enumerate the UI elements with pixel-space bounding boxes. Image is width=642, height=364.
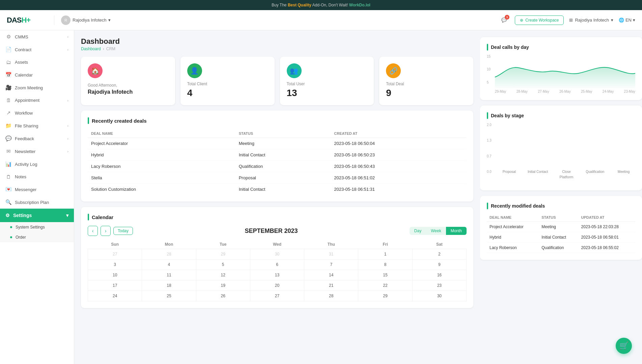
breadcrumb-crm: CRM [106,47,115,51]
calendar-day-cell[interactable]: 27 [250,291,304,301]
dot-icon [10,236,12,238]
sidebar-item-label: CMMS [15,34,28,39]
calendar-day-cell[interactable]: 11 [142,270,196,280]
calendar-day-cell[interactable]: 13 [250,270,304,280]
cal-day-fri: Fri [358,240,412,249]
y-axis-labels: 2.01.30.70.0 [487,123,492,174]
sidebar-item-feedback[interactable]: 💬 Feedback › [0,132,74,145]
calendar-day-cell[interactable]: 5 [196,260,250,270]
calendar-day-cell[interactable]: 4 [142,260,196,270]
calendar-day-cell[interactable]: 19 [196,280,250,291]
calendar-day-cell[interactable]: 26 [196,291,250,301]
calendar-day-cell[interactable]: 10 [88,270,142,280]
create-workspace-button[interactable]: ⊕ Create Workspace [515,16,564,25]
deal-status-cell: Initial Contact [235,184,331,195]
sidebar-item-order[interactable]: Order [0,232,74,242]
section-accent-stage [487,112,488,119]
sidebar-item-filesharing[interactable]: 📁 File Sharing › [0,119,74,132]
calendar-day-cell[interactable]: 22 [358,280,412,291]
calendar-day-cell[interactable]: 18 [142,280,196,291]
calendar-day-cell[interactable]: 17 [88,280,142,291]
calendar-day-button[interactable]: Day [410,227,426,235]
sidebar-item-workflow[interactable]: ↗ Workflow [0,107,74,119]
calendar-day-cell[interactable]: 16 [412,270,466,280]
sidebar-item-calendar[interactable]: 📅 Calendar [0,68,74,81]
calendar-day-cell[interactable]: 15 [358,270,412,280]
calendar-day-cell[interactable]: 30 [412,291,466,301]
bar-close: Close [555,169,578,174]
calendar-day-cell[interactable]: 12 [196,270,250,280]
settings-menu[interactable]: ⚙ Settings ▾ [0,209,74,222]
table-row: Lacy Roberson Qualification 2023-05-18 0… [487,243,635,253]
calendar-day-cell[interactable]: 29 [196,249,250,260]
sidebar-item-notes[interactable]: 🗒 Notes [0,171,74,183]
mod-deal-name: Project Accelerator [487,222,539,232]
cmms-icon: ⚙ [5,34,11,40]
sidebar-item-label: Newsletter [15,149,35,154]
calendar-day-cell[interactable]: 8 [358,260,412,270]
sidebar-item-subscription[interactable]: 🔍 Subscription Plan [0,196,74,209]
sidebar-item-newsletter[interactable]: ✉ Newsletter › [0,145,74,158]
calendar-day-cell[interactable]: 3 [88,260,142,270]
sidebar-item-contract[interactable]: 📄 Contract › [0,43,74,56]
deals-by-stage-card: Deals by stage 2.01.30.70.0 Proposal Ini… [480,105,642,190]
top-banner: Buy The Best Quality Add-On, Don't Wait!… [0,0,642,10]
calendar-day-cell[interactable]: 21 [304,280,358,291]
banner-middle: Add-On, Don't Wait! [312,3,349,7]
sidebar-item-cmms[interactable]: ⚙ CMMS › [0,30,74,43]
fab-button[interactable]: 🛒 [616,338,632,354]
deal-created-cell: 2023-05-18 06:50:04 [331,138,467,149]
breadcrumb-dashboard[interactable]: Dashboard [81,47,101,51]
workspace-name-button[interactable]: ⊞ Rajodiya Infotech ▾ [569,18,613,23]
deal-name-cell: Stella [88,172,235,184]
chevron-icon: › [67,98,68,102]
deals-section-title: Recently created deals [92,118,147,124]
layout: ⚙ CMMS › 📄 Contract › 🗂 Assets 📅 Calenda… [0,30,642,364]
deal-created-cell: 2023-05-18 06:50:43 [331,161,467,172]
workspace-selector[interactable]: R Rajodiya Infotech ▾ [54,16,111,25]
calendar-day-cell[interactable]: 29 [358,291,412,301]
deal-name-cell: Project Accelerator [88,138,235,149]
calendar-day-cell[interactable]: 14 [304,270,358,280]
sidebar-item-zoom[interactable]: 🎥 Zoom Meeting [0,81,74,94]
mod-deal-name: Hybrid [487,232,539,243]
subscription-icon: 🔍 [5,199,11,205]
sidebar-item-assets[interactable]: 🗂 Assets [0,56,74,68]
bar-proposal: Proposal [498,169,521,174]
calendar-day-cell[interactable]: 2 [412,249,466,260]
calendar-day-cell[interactable]: 6 [250,260,304,270]
chevron-icon: › [67,124,68,128]
client-icon: 👤 [187,63,202,78]
calendar-day-cell[interactable]: 23 [412,280,466,291]
calendar-day-cell[interactable]: 1 [358,249,412,260]
calendar-prev-button[interactable]: ‹ [88,226,98,236]
calendar-today-button[interactable]: Today [113,227,133,235]
calendar-day-cell[interactable]: 28 [304,291,358,301]
calendar-day-cell[interactable]: 25 [142,291,196,301]
calendar-day-cell[interactable]: 7 [304,260,358,270]
calendar-day-cell[interactable]: 24 [88,291,142,301]
sidebar-item-system-settings[interactable]: System Settings [0,222,74,232]
calendar-day-cell[interactable]: 31 [304,249,358,260]
calendar-next-button[interactable]: › [101,226,111,236]
sidebar-item-messenger[interactable]: 💌 Messenger [0,183,74,196]
plus-icon: ⊕ [520,18,523,23]
calendar-icon: 📅 [5,72,11,78]
notification-button[interactable]: 💬 9 [499,15,509,26]
calendar-day-cell[interactable]: 20 [250,280,304,291]
sidebar-item-activitylog[interactable]: 📊 Activity Log [0,158,74,171]
calendar-day-cell[interactable]: 9 [412,260,466,270]
calendar-day-cell[interactable]: 27 [88,249,142,260]
calendar-month-button[interactable]: Month [446,227,467,235]
right-panel: Deal calls by day 15105 [480,30,642,364]
language-button[interactable]: 🌐 EN ▾ [619,18,635,23]
calendar-week-button[interactable]: Week [426,227,446,235]
banner-link[interactable]: WorkDo.lol [349,3,370,7]
calendar-day-cell[interactable]: 28 [142,249,196,260]
calendar-day-cell[interactable]: 30 [250,249,304,260]
section-accent [88,117,89,124]
sidebar-item-label: File Sharing [15,123,38,128]
deal-icon: 🔗 [386,63,401,78]
sidebar-item-appointment[interactable]: 🗓 Appointment › [0,94,74,107]
workspace-name-label: Rajodiya Infotech [575,18,609,23]
